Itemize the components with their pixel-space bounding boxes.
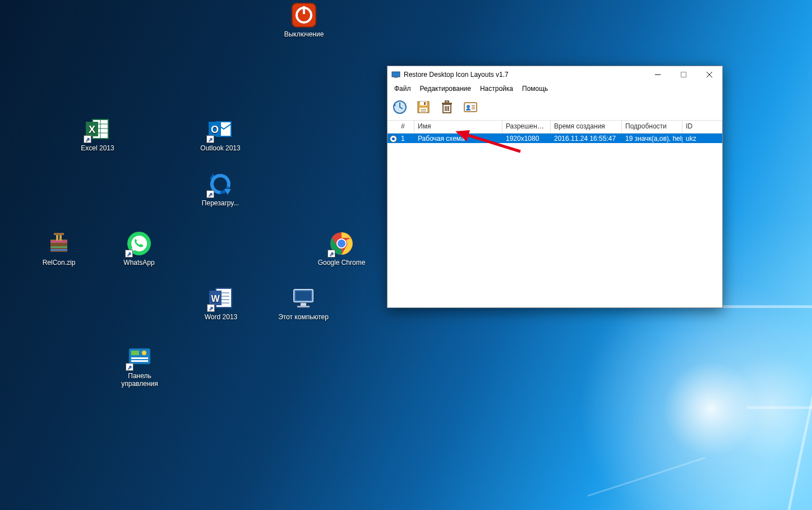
whatsapp-icon: ↗	[126, 231, 152, 256]
svg-rect-39	[131, 351, 139, 355]
menubar: Файл Редактирование Настройка Помощь	[387, 83, 722, 94]
svg-rect-44	[394, 77, 398, 78]
svg-rect-17	[50, 241, 67, 242]
chrome-icon: ↗	[329, 231, 354, 256]
cell-resolution: 1920x1080	[502, 135, 551, 143]
desktop-icon-label: Панель управления	[114, 372, 165, 388]
save-layout-button[interactable]	[414, 98, 432, 116]
cell-time: 2016.11.24 16:55:47	[551, 135, 622, 143]
desktop-icon-label: Этот компьютер	[278, 313, 329, 321]
column-header-id[interactable]: ID	[682, 121, 722, 133]
desktop-icon-label: Google Chrome	[316, 259, 367, 267]
svg-point-63	[467, 105, 470, 108]
about-button[interactable]	[462, 98, 479, 116]
shortcut-badge-icon: ↗	[207, 304, 215, 312]
column-headers: # Имя Разрешение ... Время создания Подр…	[387, 121, 722, 134]
svg-point-40	[142, 351, 146, 355]
svg-text:X: X	[89, 124, 95, 135]
desktop-icon-whatsapp[interactable]: ↗ WhatsApp	[114, 231, 164, 267]
svg-point-26	[338, 240, 345, 247]
menu-edit[interactable]: Редактирование	[416, 84, 476, 94]
shortcut-badge-icon: ↗	[125, 250, 133, 258]
desktop-icon-thispc[interactable]: Этот компьютер	[278, 285, 329, 321]
column-header-details[interactable]: Подробности	[622, 121, 682, 133]
restart-icon: ↗	[207, 171, 233, 197]
monitor-icon	[290, 285, 316, 311]
menu-help[interactable]: Помощь	[518, 84, 552, 94]
column-header-name[interactable]: Имя	[414, 121, 502, 133]
cell-id: ukz	[682, 135, 722, 143]
svg-text:O: O	[211, 124, 219, 135]
grid-row[interactable]: 1 Рабочая схема 1920x1080 2016.11.24 16:…	[387, 134, 722, 143]
menu-settings[interactable]: Настройка	[476, 84, 518, 94]
svg-rect-46	[681, 72, 686, 77]
svg-rect-42	[131, 360, 148, 362]
menu-file[interactable]: Файл	[390, 84, 416, 94]
winrar-icon	[46, 231, 72, 256]
delete-layout-button[interactable]	[438, 98, 456, 116]
excel-icon: X ↗	[85, 116, 110, 142]
desktop-background[interactable]: Выключение X ↗ Excel 2013 O ↗ Outlook 20…	[0, 0, 812, 510]
desktop-icon-word[interactable]: W ↗ Word 2013	[196, 285, 246, 321]
desktop-icon-chrome[interactable]: ↗ Google Chrome	[316, 231, 367, 267]
desktop-icon-label: RelCon.zip	[34, 259, 84, 267]
maximize-button[interactable]	[671, 66, 696, 83]
close-button[interactable]	[696, 66, 722, 83]
svg-rect-61	[445, 101, 449, 103]
cell-num: 1	[398, 135, 414, 143]
toolbar	[387, 94, 722, 121]
power-icon	[291, 2, 317, 28]
shortcut-badge-icon: ↗	[126, 363, 133, 371]
svg-rect-36	[301, 303, 306, 306]
shortcut-badge-icon: ↗	[327, 250, 335, 258]
cell-name: Рабочая схема	[414, 135, 502, 143]
svg-rect-22	[54, 233, 64, 235]
svg-rect-52	[424, 102, 426, 105]
desktop-icon-label: Выключение	[279, 30, 329, 38]
restore-layout-button[interactable]	[391, 98, 409, 116]
desktop-icon-shutdown[interactable]: Выключение	[279, 2, 329, 38]
desktop-icon-label: Outlook 2013	[195, 144, 246, 152]
svg-rect-19	[50, 249, 67, 251]
column-header-num[interactable]: #	[398, 121, 414, 133]
column-header-time[interactable]: Время создания	[551, 121, 622, 133]
app-window: Restore Desktop Icon Layouts v1.7 Файл Р…	[387, 66, 723, 308]
word-icon: W ↗	[208, 285, 234, 311]
desktop-icon-label: Перезагру...	[195, 199, 246, 207]
desktop-icon-restart[interactable]: ↗ Перезагру...	[195, 171, 246, 207]
svg-rect-53	[419, 108, 427, 112]
desktop-icon-excel[interactable]: X ↗ Excel 2013	[72, 116, 123, 152]
desktop-icon-label: Excel 2013	[72, 144, 123, 152]
svg-rect-37	[297, 306, 310, 307]
column-header-check[interactable]	[387, 121, 398, 133]
svg-rect-2	[303, 6, 305, 14]
svg-rect-18	[50, 246, 67, 248]
row-radio[interactable]	[387, 134, 398, 143]
minimize-button[interactable]	[645, 66, 671, 83]
svg-text:W: W	[211, 294, 220, 304]
svg-rect-35	[296, 291, 311, 300]
titlebar[interactable]: Restore Desktop Icon Layouts v1.7	[387, 66, 722, 83]
desktop-icon-outlook[interactable]: O ↗ Outlook 2013	[195, 116, 246, 152]
cell-details: 19 значк(а,ов), help	[622, 135, 682, 143]
desktop-icon-relcon[interactable]: RelCon.zip	[34, 231, 84, 267]
shortcut-badge-icon: ↗	[84, 135, 91, 143]
desktop-icon-control-panel[interactable]: ↗ Панель управления	[114, 344, 165, 388]
grid-body[interactable]: 1 Рабочая схема 1920x1080 2016.11.24 16:…	[387, 134, 722, 143]
outlook-icon: O ↗	[207, 116, 233, 142]
column-header-resolution[interactable]: Разрешение ...	[502, 121, 551, 133]
shortcut-badge-icon: ↗	[206, 190, 214, 198]
desktop-icon-label: Word 2013	[196, 313, 246, 321]
svg-rect-51	[420, 102, 427, 105]
app-icon	[391, 70, 400, 79]
control-panel-icon: ↗	[127, 344, 153, 370]
window-title: Restore Desktop Icon Layouts v1.7	[404, 71, 509, 79]
svg-rect-43	[392, 72, 400, 77]
desktop-icon-label: WhatsApp	[114, 259, 164, 267]
shortcut-badge-icon: ↗	[206, 135, 214, 143]
svg-rect-41	[131, 357, 148, 359]
